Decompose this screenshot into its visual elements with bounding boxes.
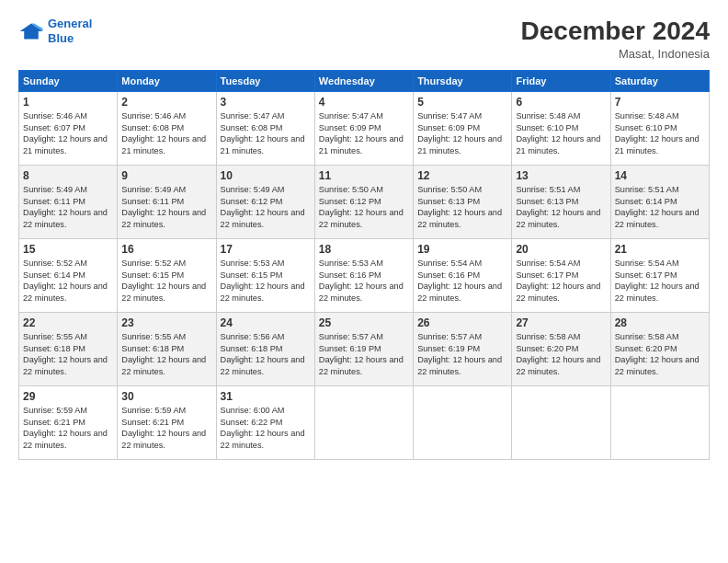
location: Masat, Indonesia (521, 47, 710, 61)
day-info: Sunrise: 5:54 AMSunset: 6:17 PMDaylight:… (615, 258, 705, 304)
calendar-cell: 19 Sunrise: 5:54 AMSunset: 6:16 PMDaylig… (414, 239, 512, 313)
day-info: Sunrise: 5:52 AMSunset: 6:15 PMDaylight:… (121, 258, 211, 304)
day-number: 18 (319, 243, 409, 256)
day-info: Sunrise: 5:50 AMSunset: 6:13 PMDaylight:… (417, 184, 507, 231)
day-number: 29 (23, 390, 113, 403)
calendar-week-3: 15 Sunrise: 5:52 AMSunset: 6:14 PMDaylig… (19, 239, 710, 313)
day-info: Sunrise: 5:52 AMSunset: 6:14 PMDaylight:… (23, 258, 113, 304)
calendar-table: Sunday Monday Tuesday Wednesday Thursday… (18, 70, 710, 460)
calendar-header: Sunday Monday Tuesday Wednesday Thursday… (19, 71, 710, 92)
calendar-cell: 30 Sunrise: 5:59 AMSunset: 6:21 PMDaylig… (118, 386, 216, 460)
calendar-cell (512, 386, 610, 460)
day-number: 30 (121, 390, 211, 403)
calendar-cell: 14 Sunrise: 5:51 AMSunset: 6:14 PMDaylig… (610, 166, 709, 239)
calendar-week-2: 8 Sunrise: 5:49 AMSunset: 6:11 PMDayligh… (19, 166, 710, 239)
day-number: 17 (221, 243, 311, 256)
day-number: 14 (615, 169, 705, 182)
day-info: Sunrise: 5:51 AMSunset: 6:13 PMDaylight:… (516, 184, 606, 231)
day-info: Sunrise: 5:46 AMSunset: 6:07 PMDaylight:… (23, 110, 113, 157)
day-number: 23 (121, 316, 211, 329)
calendar-cell: 31 Sunrise: 6:00 AMSunset: 6:22 PMDaylig… (216, 386, 314, 460)
header: General Blue December 2024 Masat, Indone… (18, 17, 710, 61)
day-info: Sunrise: 5:51 AMSunset: 6:14 PMDaylight:… (615, 184, 705, 231)
day-number: 8 (23, 169, 113, 182)
calendar-cell: 10 Sunrise: 5:49 AMSunset: 6:12 PMDaylig… (216, 166, 314, 239)
day-info: Sunrise: 5:50 AMSunset: 6:12 PMDaylight:… (319, 184, 409, 231)
calendar-cell: 22 Sunrise: 5:55 AMSunset: 6:18 PMDaylig… (19, 313, 118, 386)
page: General Blue December 2024 Masat, Indone… (0, 0, 728, 563)
day-number: 24 (221, 316, 311, 329)
day-info: Sunrise: 5:55 AMSunset: 6:18 PMDaylight:… (23, 331, 113, 378)
calendar-cell: 8 Sunrise: 5:49 AMSunset: 6:11 PMDayligh… (19, 166, 118, 239)
logo-icon (18, 21, 44, 41)
weekday-header-row: Sunday Monday Tuesday Wednesday Thursday… (19, 71, 710, 92)
day-info: Sunrise: 6:00 AMSunset: 6:22 PMDaylight:… (221, 405, 311, 452)
day-info: Sunrise: 5:46 AMSunset: 6:08 PMDaylight:… (121, 110, 211, 157)
day-info: Sunrise: 5:47 AMSunset: 6:09 PMDaylight:… (319, 110, 409, 157)
calendar-cell: 9 Sunrise: 5:49 AMSunset: 6:11 PMDayligh… (118, 166, 216, 239)
day-number: 2 (121, 96, 211, 109)
calendar-cell: 12 Sunrise: 5:50 AMSunset: 6:13 PMDaylig… (414, 166, 512, 239)
day-info: Sunrise: 5:49 AMSunset: 6:11 PMDaylight:… (121, 184, 211, 231)
calendar-body: 1 Sunrise: 5:46 AMSunset: 6:07 PMDayligh… (19, 92, 710, 460)
day-number: 1 (23, 96, 113, 109)
day-info: Sunrise: 5:54 AMSunset: 6:17 PMDaylight:… (516, 258, 606, 304)
day-number: 11 (319, 169, 409, 182)
calendar-cell: 20 Sunrise: 5:54 AMSunset: 6:17 PMDaylig… (512, 239, 610, 313)
day-number: 16 (121, 243, 211, 256)
day-number: 20 (516, 243, 606, 256)
calendar-cell: 2 Sunrise: 5:46 AMSunset: 6:08 PMDayligh… (118, 92, 216, 166)
day-number: 12 (417, 169, 507, 182)
day-number: 28 (615, 316, 705, 329)
month-title: December 2024 (521, 17, 710, 46)
day-info: Sunrise: 5:58 AMSunset: 6:20 PMDaylight:… (615, 331, 705, 378)
day-info: Sunrise: 5:59 AMSunset: 6:21 PMDaylight:… (121, 405, 211, 452)
day-info: Sunrise: 5:47 AMSunset: 6:08 PMDaylight:… (221, 110, 311, 157)
logo: General Blue (18, 17, 92, 45)
day-number: 9 (121, 169, 211, 182)
calendar-cell (314, 386, 413, 460)
calendar-cell: 4 Sunrise: 5:47 AMSunset: 6:09 PMDayligh… (314, 92, 413, 166)
calendar-cell: 27 Sunrise: 5:58 AMSunset: 6:20 PMDaylig… (512, 313, 610, 386)
calendar-cell: 17 Sunrise: 5:53 AMSunset: 6:15 PMDaylig… (216, 239, 314, 313)
day-number: 10 (221, 169, 311, 182)
calendar-cell: 21 Sunrise: 5:54 AMSunset: 6:17 PMDaylig… (610, 239, 709, 313)
calendar-week-5: 29 Sunrise: 5:59 AMSunset: 6:21 PMDaylig… (19, 386, 710, 460)
calendar-cell: 3 Sunrise: 5:47 AMSunset: 6:08 PMDayligh… (216, 92, 314, 166)
logo-line2: Blue (48, 31, 74, 45)
calendar-cell: 6 Sunrise: 5:48 AMSunset: 6:10 PMDayligh… (512, 92, 610, 166)
day-number: 4 (319, 96, 409, 109)
logo-line1: General (48, 17, 92, 30)
calendar-cell: 18 Sunrise: 5:53 AMSunset: 6:16 PMDaylig… (314, 239, 413, 313)
day-number: 19 (417, 243, 507, 256)
day-info: Sunrise: 5:47 AMSunset: 6:09 PMDaylight:… (417, 110, 507, 157)
calendar-cell (414, 386, 512, 460)
day-info: Sunrise: 5:55 AMSunset: 6:18 PMDaylight:… (121, 331, 211, 378)
day-info: Sunrise: 5:58 AMSunset: 6:20 PMDaylight:… (516, 331, 606, 378)
day-number: 3 (221, 96, 311, 109)
day-number: 21 (615, 243, 705, 256)
header-wednesday: Wednesday (314, 71, 413, 92)
day-info: Sunrise: 5:49 AMSunset: 6:11 PMDaylight:… (23, 184, 113, 231)
day-number: 7 (615, 96, 705, 109)
logo-text: General Blue (48, 17, 92, 45)
calendar-cell: 26 Sunrise: 5:57 AMSunset: 6:19 PMDaylig… (414, 313, 512, 386)
calendar-cell (610, 386, 709, 460)
day-number: 31 (221, 390, 311, 403)
day-info: Sunrise: 5:53 AMSunset: 6:16 PMDaylight:… (319, 258, 409, 304)
calendar-cell: 25 Sunrise: 5:57 AMSunset: 6:19 PMDaylig… (314, 313, 413, 386)
day-info: Sunrise: 5:53 AMSunset: 6:15 PMDaylight:… (221, 258, 311, 304)
day-number: 22 (23, 316, 113, 329)
header-sunday: Sunday (19, 71, 118, 92)
header-friday: Friday (512, 71, 610, 92)
day-number: 26 (417, 316, 507, 329)
calendar-cell: 29 Sunrise: 5:59 AMSunset: 6:21 PMDaylig… (19, 386, 118, 460)
day-number: 6 (516, 96, 606, 109)
day-info: Sunrise: 5:48 AMSunset: 6:10 PMDaylight:… (516, 110, 606, 157)
day-info: Sunrise: 5:57 AMSunset: 6:19 PMDaylight:… (319, 331, 409, 378)
calendar-cell: 16 Sunrise: 5:52 AMSunset: 6:15 PMDaylig… (118, 239, 216, 313)
day-number: 27 (516, 316, 606, 329)
title-block: December 2024 Masat, Indonesia (521, 17, 710, 61)
calendar-week-1: 1 Sunrise: 5:46 AMSunset: 6:07 PMDayligh… (19, 92, 710, 166)
day-info: Sunrise: 5:54 AMSunset: 6:16 PMDaylight:… (417, 258, 507, 304)
